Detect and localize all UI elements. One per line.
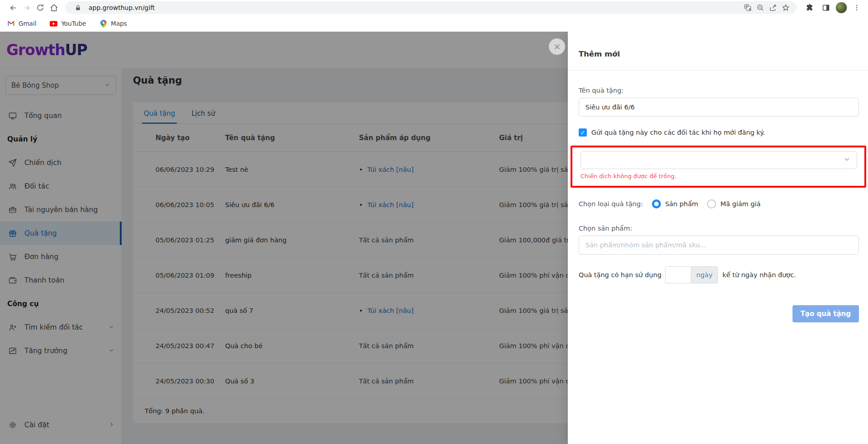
modal-overlay[interactable] [0,32,568,444]
bookmark-label: YouTube [61,20,86,27]
refresh-icon[interactable] [33,1,47,14]
add-gift-drawer: Thêm mới Tên quà tặng: ✓ Gửi quà tặng nà… [568,32,868,444]
expiry-suffix: kể từ ngày nhận được. [722,271,796,279]
radio-unselected-icon[interactable] [707,199,716,208]
gift-name-label: Tên quà tặng: [579,87,859,94]
extensions-icon[interactable] [803,1,816,14]
gmail-icon [7,20,15,28]
bookmark-gmail[interactable]: Gmail [7,20,36,28]
send-to-partners-label: Gửi quà tặng này cho các đối tác khi họ … [591,129,765,136]
expiry-unit: ngày [691,266,718,283]
send-to-partners-checkbox[interactable]: ✓ [579,128,587,137]
gift-type-row: Chọn loại quà tặng: Sản phẩm Mã giảm giá [579,199,859,208]
expiry-prefix: Quà tặng có hạn sử dụng [579,271,661,279]
close-icon[interactable] [549,38,565,55]
maps-icon [99,20,107,28]
drawer-header: Thêm mới [568,32,868,58]
page: GrowthUP Bé Bỏng Shop Tổng quanQuản lýCh… [0,32,868,444]
drawer-body: Tên quà tặng: ✓ Gửi quà tặng này cho các… [568,87,868,322]
create-gift-button[interactable]: Tạo quà tặng [793,305,859,322]
zoom-icon[interactable] [754,2,767,14]
back-icon[interactable] [6,1,20,14]
home-icon[interactable] [47,1,61,14]
drawer-actions: Tạo quà tặng [579,305,859,322]
menu-icon[interactable] [850,1,863,14]
product-select-label: Chọn sản phẩm: [579,225,859,232]
chevron-down-icon [844,156,850,165]
radio-selected-icon[interactable] [652,199,661,208]
drawer-title: Thêm mới [579,50,857,58]
side-panel-icon[interactable] [819,1,833,14]
url-bar[interactable]: app.growthup.vn/gift [65,1,797,14]
profile-avatar[interactable] [835,2,847,14]
send-to-partners-row: ✓ Gửi quà tặng này cho các đối tác khi h… [579,128,859,137]
campaign-select[interactable] [580,151,857,169]
toolbar-right [801,1,863,14]
forward-icon[interactable] [20,1,33,14]
gift-name-input[interactable] [579,98,859,117]
screen: app.growthup.vn/gift [0,0,868,444]
campaign-error-text: Chiến dịch không được để trống. [580,173,857,179]
annotation-rectangle: Chiến dịch không được để trống. [571,146,866,188]
expiry-days-input[interactable] [665,266,691,283]
bookmark-label: Gmail [19,20,36,27]
radio-label: Mã giảm giá [720,200,760,208]
bookmark-youtube[interactable]: YouTube [50,20,86,28]
radio-label: Sản phẩm [665,200,698,208]
translate-icon[interactable] [741,2,754,14]
expiry-row: Quà tặng có hạn sử dụng ngày kể từ ngày … [579,266,859,283]
product-search-input[interactable] [579,236,859,255]
lock-icon [71,2,84,14]
drawer-divider [568,70,868,71]
browser-chrome: app.growthup.vn/gift [0,0,868,32]
bookmarks-bar: Gmail YouTube Maps [0,15,868,32]
browser-toolbar: app.growthup.vn/gift [0,0,868,15]
gift-type-label: Chọn loại quà tặng: [579,200,643,208]
youtube-icon [50,20,57,28]
gift-type-option-product[interactable]: Sản phẩm [652,199,698,208]
star-icon[interactable] [779,2,792,14]
gift-type-option-discount[interactable]: Mã giảm giá [707,199,760,208]
bookmark-maps[interactable]: Maps [99,20,127,28]
bookmark-label: Maps [111,20,127,27]
url-text[interactable]: app.growthup.vn/gift [89,4,741,11]
share-icon[interactable] [767,2,779,14]
